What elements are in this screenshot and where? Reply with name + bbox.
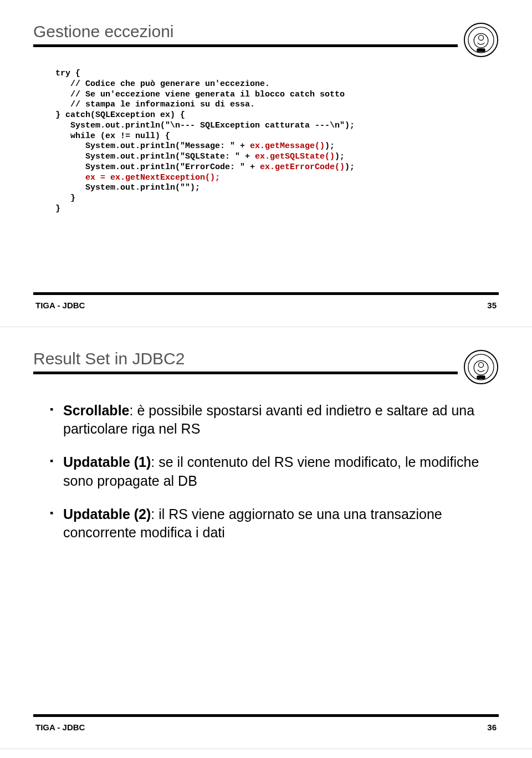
codeline: System.out.println("\n--- SQLException c…	[55, 121, 355, 130]
slide-footer: TIGA - JDBC 36	[33, 723, 499, 732]
footer-left: TIGA - JDBC	[35, 301, 85, 310]
svg-rect-4	[477, 48, 485, 52]
codeline: while (ex != null) {	[55, 131, 170, 141]
code-highlight: ex.getErrorCode()	[260, 162, 345, 172]
slide-header: Gestione eccezioni	[33, 22, 499, 58]
title-rule	[33, 372, 458, 374]
page-number: 36	[487, 723, 497, 732]
codeline: }	[55, 194, 75, 203]
bullet-list: Scrollable: è possibile spostarsi avanti…	[33, 401, 499, 543]
bullet-item: Scrollable: è possibile spostarsi avanti…	[50, 401, 488, 439]
code-block: try { // Codice che può generare un'ecce…	[55, 69, 499, 215]
seal-icon	[463, 349, 499, 385]
svg-rect-9	[477, 375, 485, 379]
seal-icon	[463, 22, 499, 58]
code-highlight: ex.getSQLState()	[255, 152, 335, 161]
bullet-bold: Updatable (2)	[63, 506, 151, 522]
footer-wrap: TIGA - JDBC 35	[33, 292, 499, 310]
slide-footer: TIGA - JDBC 35	[33, 301, 499, 310]
title-rule	[33, 44, 458, 47]
slide-title: Gestione eccezioni	[33, 22, 458, 41]
codeline: try {	[55, 69, 80, 78]
footer-rule	[33, 292, 499, 295]
codeline: // stampa le informazioni su di essa.	[55, 100, 255, 109]
codeline: System.out.println("SQLState: " +	[55, 152, 255, 161]
codeline: System.out.println("Message: " +	[55, 141, 250, 151]
codeline: );	[325, 141, 335, 151]
codeline: }	[55, 204, 60, 213]
codeline: System.out.println("ErrorCode: " +	[55, 162, 260, 172]
title-block: Gestione eccezioni	[33, 22, 458, 47]
codeline: // Se un'eccezione viene generata il blo…	[55, 90, 345, 99]
codeline: );	[345, 162, 355, 172]
page-number: 35	[487, 301, 497, 310]
svg-point-8	[479, 362, 484, 367]
svg-point-3	[479, 35, 484, 40]
footer-wrap: TIGA - JDBC 36	[33, 714, 499, 732]
code-highlight: ex.getMessage()	[250, 141, 325, 151]
codeline: } catch(SQLException ex) {	[55, 110, 185, 120]
title-block: Result Set in JDBC2	[33, 349, 458, 374]
bullet-item: Updatable (1): se il contenuto del RS vi…	[50, 453, 488, 491]
slide-2: Result Set in JDBC2 Scrollable: è possib…	[0, 327, 532, 750]
codeline: // Codice che può generare un'eccezione.	[55, 79, 270, 89]
codeline: );	[335, 152, 345, 161]
footer-left: TIGA - JDBC	[35, 723, 85, 732]
bullet-bold: Scrollable	[63, 403, 130, 418]
slide-1: Gestione eccezioni try { // Codice che p…	[0, 0, 532, 327]
bullet-bold: Updatable (1)	[63, 454, 151, 470]
slide-header: Result Set in JDBC2	[33, 349, 499, 385]
codeline: System.out.println("");	[55, 183, 200, 192]
bullet-item: Updatable (2): il RS viene aggiornato se…	[50, 505, 488, 543]
code-highlight: ex = ex.getNextException();	[55, 173, 220, 182]
svg-point-7	[474, 360, 488, 375]
slide-title: Result Set in JDBC2	[33, 349, 458, 368]
footer-rule	[33, 714, 499, 717]
